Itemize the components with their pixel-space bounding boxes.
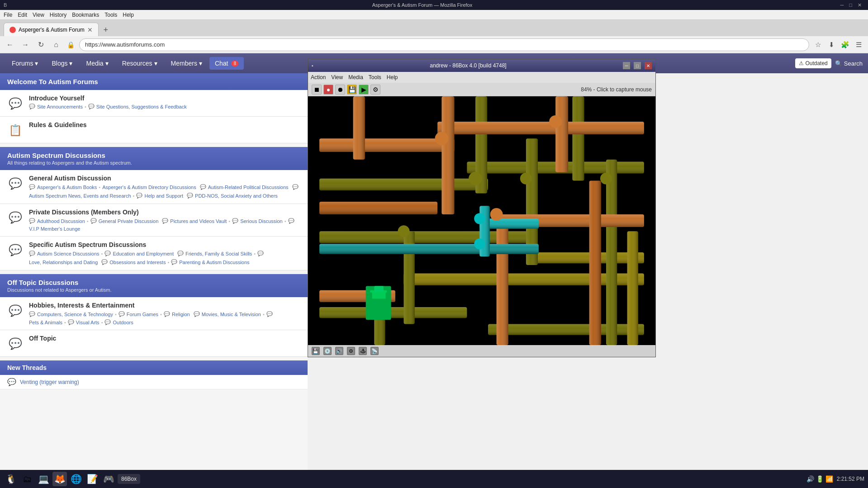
- menu-tools[interactable]: Tools: [104, 12, 117, 18]
- outdated-indicator[interactable]: ⚠ Outdated: [795, 58, 831, 68]
- adulthood-link[interactable]: Adulthood Discussion: [37, 218, 85, 224]
- help-support-link[interactable]: Help and Support: [144, 193, 183, 199]
- computers-link[interactable]: Computers, Science & Technology: [37, 312, 113, 317]
- toolbar-pause-btn[interactable]: ▶: [359, 85, 369, 95]
- svg-rect-34: [319, 202, 437, 214]
- back-button[interactable]: ←: [4, 38, 16, 51]
- off-topic-title[interactable]: Off Topic: [29, 335, 300, 342]
- nav-search[interactable]: 🔍 Search: [835, 60, 863, 67]
- thread-link[interactable]: Venting (trigger warning): [20, 379, 79, 385]
- close-btn[interactable]: ✕: [855, 2, 864, 8]
- forward-button[interactable]: →: [19, 38, 32, 51]
- maximize-btn[interactable]: □: [846, 2, 855, 8]
- taskbar-icon-files[interactable]: 🗂: [20, 472, 34, 486]
- menu-help[interactable]: Help: [123, 12, 134, 18]
- status-network-icon[interactable]: 🔊: [335, 347, 343, 355]
- status-joystick-icon[interactable]: 🕹: [359, 347, 367, 355]
- svg-point-65: [600, 173, 612, 185]
- political-discussions-link[interactable]: Autism-Related Political Discussions: [208, 185, 289, 190]
- forum-games-link[interactable]: Forum Games: [127, 312, 158, 317]
- pets-link[interactable]: Pets & Animals: [29, 320, 62, 325]
- movies-link[interactable]: Movies, Music & Television: [202, 312, 261, 317]
- rules-title[interactable]: Rules & Guidelines: [29, 121, 300, 128]
- education-employment-link[interactable]: Education and Employment: [113, 251, 174, 256]
- taskbar-icon-terminal[interactable]: 💻: [36, 472, 51, 486]
- taskbar-icon-firefox[interactable]: 🦊: [52, 472, 67, 486]
- asperger-books-link[interactable]: Asperger's & Autism Books: [37, 185, 97, 190]
- status-settings-icon[interactable]: ⚙: [347, 347, 355, 355]
- menu-icon[interactable]: ☰: [853, 39, 864, 51]
- toolbar-power-btn[interactable]: ⏹: [312, 85, 322, 95]
- friends-family-link[interactable]: Friends, Family & Social Skills: [185, 251, 252, 256]
- box86-menu-view[interactable]: View: [331, 74, 343, 81]
- general-autism-title[interactable]: General Autism Discussion: [29, 175, 300, 182]
- svg-rect-32: [437, 122, 644, 134]
- box86-menu-action[interactable]: Action: [311, 74, 326, 81]
- taskbar-icon-penguin[interactable]: 🐧: [4, 472, 18, 486]
- site-questions-link[interactable]: Site Questions, Suggestions & Feedback: [96, 104, 187, 109]
- serious-discussion-link[interactable]: Serious Discussion: [240, 218, 283, 224]
- toolbar-floppy-btn[interactable]: 💾: [347, 85, 357, 95]
- box86-menu-media[interactable]: Media: [348, 74, 363, 81]
- parenting-link[interactable]: Parenting & Autism Discussions: [179, 260, 249, 265]
- obsessions-link[interactable]: Obsessions and Interests: [109, 260, 166, 265]
- os-titlebar: B Asperger's & Autism Forum — Mozilla Fi…: [0, 0, 868, 10]
- box86-menu-help[interactable]: Help: [387, 74, 398, 81]
- link-icon-6: 💬: [136, 193, 142, 199]
- status-extra-icon[interactable]: 📡: [370, 347, 379, 355]
- new-tab-button[interactable]: +: [100, 24, 112, 36]
- extensions-icon[interactable]: 🧩: [839, 39, 851, 51]
- menu-edit[interactable]: Edit: [18, 12, 27, 18]
- news-link[interactable]: Autism Spectrum News, Events and Researc…: [29, 193, 131, 199]
- nav-forums[interactable]: Forums ▾: [5, 56, 44, 71]
- menu-history[interactable]: History: [50, 12, 66, 18]
- private-discussions-title[interactable]: Private Discussions (Members Only): [29, 208, 300, 216]
- religion-link[interactable]: Religion: [172, 312, 190, 317]
- site-announcements-link[interactable]: Site Announcements: [37, 104, 83, 109]
- home-button[interactable]: ⌂: [50, 38, 62, 51]
- menu-file[interactable]: File: [4, 12, 12, 18]
- reload-button[interactable]: ↻: [34, 38, 47, 51]
- url-input[interactable]: [79, 38, 809, 51]
- love-relationships-link[interactable]: Love, Relationships and Dating: [29, 260, 98, 265]
- hobbies-title[interactable]: Hobbies, Interests & Entertainment: [29, 302, 300, 309]
- tab-close-button[interactable]: ✕: [87, 26, 93, 33]
- downloads-icon[interactable]: ⬇: [825, 39, 837, 51]
- minimize-btn[interactable]: ─: [838, 2, 847, 8]
- nav-blogs[interactable]: Blogs ▾: [45, 56, 79, 71]
- sep12: •: [263, 312, 265, 317]
- autism-science-link[interactable]: Autism Science Discussions: [37, 251, 100, 256]
- pdd-link[interactable]: PDD-NOS, Social Anxiety and Others: [195, 193, 278, 199]
- status-cd-icon[interactable]: 💿: [323, 347, 332, 355]
- box86-menu-tools[interactable]: Tools: [369, 74, 381, 81]
- menu-view[interactable]: View: [33, 12, 44, 18]
- visual-arts-link[interactable]: Visual Arts: [76, 320, 100, 325]
- toolbar-settings-btn[interactable]: ⚙: [370, 85, 380, 95]
- nav-resources[interactable]: Resources ▾: [116, 56, 164, 71]
- taskbar-icon-text[interactable]: 📝: [85, 472, 100, 486]
- vip-lounge-link[interactable]: V.I.P Member's Lounge: [29, 226, 80, 232]
- nav-media[interactable]: Media ▾: [80, 56, 114, 71]
- nav-chat[interactable]: Chat 8: [209, 57, 244, 70]
- nav-members[interactable]: Members ▾: [165, 56, 209, 71]
- render-area[interactable]: [308, 96, 655, 345]
- status-hdd-icon[interactable]: 💾: [312, 347, 320, 355]
- active-tab[interactable]: Asperger's & Autism Forum ✕: [4, 23, 99, 36]
- taskbar-app-86box[interactable]: 86Box: [118, 474, 140, 484]
- introduce-yourself-title[interactable]: Introduce Yourself: [29, 95, 300, 102]
- tray-speaker-icon[interactable]: 🔊: [806, 475, 814, 483]
- general-private-link[interactable]: General Private Discussion: [99, 218, 159, 224]
- pictures-link[interactable]: Pictures and Videos Vault: [170, 218, 227, 224]
- outdoors-link[interactable]: Outdoors: [113, 320, 133, 325]
- menu-bookmarks[interactable]: Bookmarks: [72, 12, 99, 18]
- address-icons: ☆ ⬇ 🧩 ☰: [812, 39, 864, 51]
- specific-asd-title[interactable]: Specific Autism Spectrum Discussions: [29, 241, 300, 248]
- tray-network-icon[interactable]: 📶: [825, 475, 833, 483]
- asperger-directory-link[interactable]: Asperger's & Autism Directory Discussion…: [102, 185, 196, 190]
- taskbar-icon-browser2[interactable]: 🌐: [69, 472, 83, 486]
- toolbar-reset-btn[interactable]: ●: [323, 85, 333, 95]
- tray-battery-icon[interactable]: 🔋: [816, 475, 824, 483]
- toolbar-record-btn[interactable]: ⏺: [335, 85, 345, 95]
- bookmark-icon[interactable]: ☆: [812, 39, 824, 51]
- taskbar-icon-game[interactable]: 🎮: [101, 472, 116, 486]
